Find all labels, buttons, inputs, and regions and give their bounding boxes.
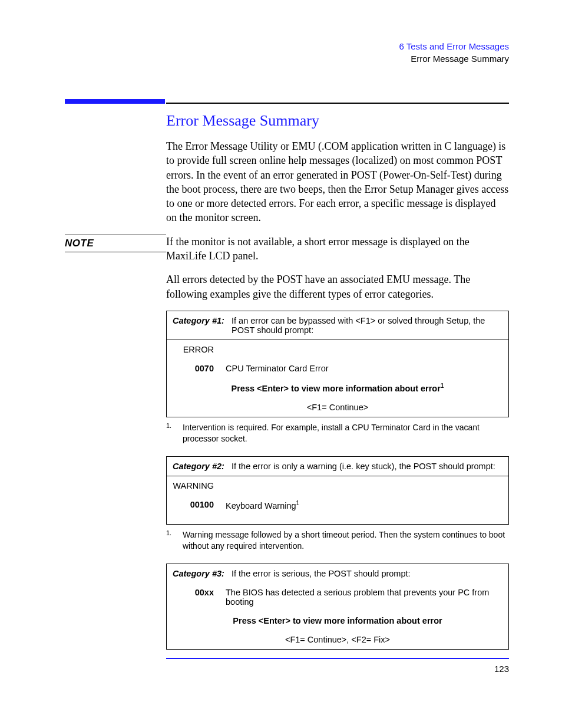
header-section: Error Message Summary (65, 54, 509, 64)
category-1-table: Category #1: If an error can be bypassed… (166, 311, 509, 417)
note-label: NOTE (65, 235, 166, 252)
cat2-desc: If the error is only a warning (i.e. key… (232, 462, 503, 471)
page-title: Error Message Summary (166, 112, 509, 130)
cat3-code: 00xx (173, 588, 226, 607)
note-text: If the monitor is not available, a short… (166, 235, 509, 263)
cat3-desc: If the error is serious, the POST should… (232, 569, 503, 578)
cat2-code: 00100 (173, 500, 226, 510)
cat3-label: Category #3: (173, 569, 232, 578)
page-number: 123 (65, 664, 509, 674)
cat3-msg: The BIOS has detected a serious problem … (226, 588, 503, 607)
cat3-press: Press <Enter> to view more information a… (167, 611, 508, 630)
cat1-desc: If an error can be bypassed with <F1> or… (232, 316, 503, 335)
cat2-msg: Keyboard Warning1 (226, 500, 503, 510)
bottom-rule (166, 658, 509, 659)
cat1-code: 0070 (173, 364, 226, 373)
cat1-label: Category #1: (173, 316, 232, 335)
footnote-2: 1. Warning message followed by a short t… (166, 529, 509, 552)
top-rule (65, 99, 509, 104)
para-2: All errors detected by the POST have an … (166, 272, 509, 301)
cat2-label: Category #2: (173, 462, 232, 471)
header-chapter: 6 Tests and Error Messages (65, 41, 509, 51)
category-3-table: Category #3: If the error is serious, th… (166, 564, 509, 650)
cat1-msg: CPU Terminator Card Error (226, 364, 503, 373)
category-2-table: Category #2: If the error is only a warn… (166, 456, 509, 525)
cat1-continue: <F1= Continue> (167, 398, 508, 417)
cat1-kind: ERROR (173, 345, 226, 354)
footnote-1: 1. Intervention is required. For example… (166, 422, 509, 444)
cat1-press: Press <Enter> to view more information a… (167, 378, 508, 398)
cat3-continue: <F1= Continue>, <F2= Fix> (167, 630, 508, 649)
cat2-kind: WARNING (173, 481, 226, 490)
intro-paragraph: The Error Message Utility or EMU (.COM a… (166, 139, 509, 225)
